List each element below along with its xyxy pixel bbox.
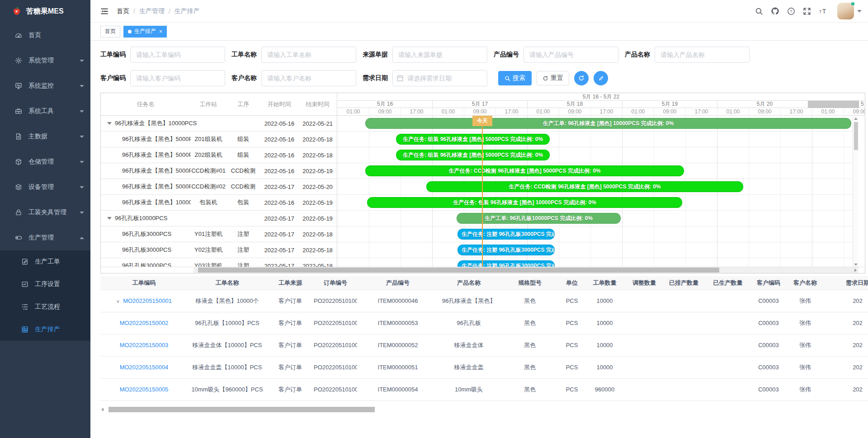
sidebar-item-主数据[interactable]: 主数据 (0, 124, 90, 149)
gantt-bar[interactable]: 生产工单: 96孔移液盒 [黑色] 10000PCS 完成比例: 0% (365, 118, 851, 129)
filter-input-产品编号[interactable] (524, 47, 618, 63)
gantt-bar[interactable]: 生产任务: 注塑 96孔孔板3000PCS 完成比例: 0% (458, 229, 555, 240)
gantt-bar[interactable]: 生产任务: CCD检测 96孔移液盒 [黑色] 5000PCS 完成比例: 0% (365, 165, 684, 176)
fullscreen-icon[interactable] (803, 7, 811, 15)
gantt-bar[interactable]: 生产工单: 96孔孔板10000PCS 完成比例: 0% (457, 213, 621, 224)
table-scroll-left-icon[interactable] (101, 408, 104, 411)
filter-input-wrap (130, 70, 225, 86)
gantt-grid-row[interactable]: 96孔移液盒【黑色】5000PCSCCD检测#01CCD检测2022-05-16… (101, 163, 337, 179)
filter-input-客户编码[interactable] (130, 70, 225, 86)
table-row[interactable]: MO20220515000510mm吸头【960000】PCS客户订单PO202… (100, 378, 868, 400)
breadcrumb-production[interactable]: 生产管理 (139, 7, 165, 15)
gantt-grid-row[interactable]: 96孔孔板3000PCSY03注塑机注塑2022-05-172022-05-18 (101, 258, 337, 268)
sidebar-subitem-工序设置[interactable]: 工序设置 (0, 273, 90, 296)
gantt-grid-row[interactable]: 96孔移液盒【黑色】5000PCSCCD检测#02CCD检测2022-05-17… (101, 179, 337, 195)
sidebar-subitem-生产工单[interactable]: 生产工单 (0, 250, 90, 273)
app-title: 苦糖果MES (26, 7, 64, 16)
table-cell: 96孔移液盒【黑色】 (439, 290, 499, 312)
sidebar-item-系统监控[interactable]: 系统监控 (0, 73, 90, 99)
gantt-bar[interactable]: 生产任务: 组装 96孔移液盒 [黑色] 5000PCS 完成比例: 0% (396, 150, 550, 160)
filter-input-产品名称[interactable] (655, 47, 750, 63)
filter-input-wrap (392, 70, 487, 86)
gantt-vscroll-thumb[interactable] (854, 122, 858, 150)
gantt-chart-row: 生产任务: 注塑 96孔孔板3000PCS 完成比例: 0% (337, 242, 859, 258)
tab-close-icon[interactable]: × (159, 29, 162, 34)
collapse-triangle-icon[interactable] (107, 122, 112, 125)
gantt-bar[interactable]: 生产任务: 注塑 96孔孔板3000PCS 完成比例: 0% (458, 245, 555, 255)
gantt-grid-row[interactable]: 96孔移液盒【黑色】10000PCS包装机包装2022-05-162022-05… (101, 195, 337, 211)
table-cell: 客户订单 (267, 356, 314, 378)
table-hscroll-thumb[interactable] (108, 407, 375, 412)
gantt-grid-row[interactable]: 96孔孔板3000PCSY01注塑机注塑2022-05-172022-05-18 (101, 226, 337, 242)
collapse-triangle-icon[interactable] (107, 217, 112, 220)
gantt-bar[interactable]: 生产任务: CCD检测 96孔移液盒 [黑色] 5000PCS 完成比例: 0% (426, 181, 743, 192)
gantt-hour-label: 01:00 (528, 108, 559, 116)
work-order-link[interactable]: MO202205150001 (123, 297, 172, 304)
edit-button[interactable] (594, 71, 608, 85)
hamburger-icon[interactable] (100, 7, 108, 15)
sidebar-subitem-工艺流程[interactable]: 工艺流程 (0, 296, 90, 318)
sidebar-item-首页[interactable]: 首页 (0, 23, 90, 48)
filter-input-工单编码[interactable] (130, 47, 225, 63)
work-order-link[interactable]: MO202205150003 (120, 342, 169, 349)
gantt-horizontal-scrollbar[interactable] (101, 267, 865, 273)
search-button[interactable]: 搜索 (498, 71, 532, 85)
sidebar-item-系统工具[interactable]: 系统工具 (0, 99, 90, 124)
scroll-right-icon[interactable] (854, 268, 857, 272)
table-horizontal-scrollbar[interactable] (100, 406, 856, 413)
filter-input-客户名称[interactable] (261, 70, 356, 86)
tab-production-scheduling[interactable]: 生产排产 × (123, 26, 167, 38)
gantt-bar[interactable]: 生产任务: 组装 96孔移液盒 [黑色] 5000PCS 完成比例: 0% (396, 134, 550, 145)
gantt-grid-row[interactable]: 96孔移液盒【黑色】5000PCSZ02组装机组装2022-05-162022-… (101, 147, 337, 163)
breadcrumb-home[interactable]: 首页 (117, 7, 129, 15)
filter-input-来源单据[interactable] (392, 47, 487, 63)
sidebar-menu: 首页系统管理系统监控系统工具主数据仓储管理设备管理工装夹具管理生产管理 (0, 23, 90, 250)
gantt-hscroll-thumb[interactable] (198, 268, 719, 273)
gantt-bar[interactable]: 生产任务: 包装 96孔移液盒 [黑色] 10000PCS 完成比例: 0% (367, 197, 682, 208)
sidebar-item-工装夹具管理[interactable]: 工装夹具管理 (0, 200, 90, 225)
search-icon[interactable] (755, 7, 763, 15)
filter-input-工单名称[interactable] (261, 47, 356, 63)
sidebar-item-生产管理[interactable]: 生产管理 (0, 225, 90, 250)
gantt-start-date: 2022-05-17 (260, 184, 298, 190)
work-order-link[interactable]: MO202205150004 (120, 364, 169, 371)
table-cell: 10mm吸头 (439, 378, 499, 400)
gantt-chart-row: 生产工单: 96孔孔板10000PCS 完成比例: 0% (337, 211, 859, 226)
scroll-up-icon[interactable] (854, 118, 858, 120)
sidebar: 苦糖果MES 首页系统管理系统监控系统工具主数据仓储管理设备管理工装夹具管理生产… (0, 0, 90, 438)
gantt-vertical-scrollbar[interactable] (853, 116, 859, 268)
sidebar-item-仓储管理[interactable]: 仓储管理 (0, 149, 90, 174)
table-row[interactable]: MO202205150004移液盒盒盖【10000】PCS客户订单PO20220… (100, 356, 868, 378)
table-row[interactable]: ∨MO202205150001移液盒【黑色】10000个客户订单PO202205… (100, 290, 868, 312)
filter-label: 来源单据 (363, 51, 392, 59)
table-row[interactable]: MO20220515000296孔孔板【10000】PCS客户订单PO20220… (100, 312, 868, 334)
avatar-caret-icon[interactable] (857, 10, 862, 13)
work-order-link[interactable]: MO202205150002 (120, 320, 169, 326)
gantt-grid-row[interactable]: 96孔孔板10000PCS2022-05-172022-05-19 (101, 211, 337, 226)
refresh-button[interactable] (574, 71, 589, 85)
help-icon[interactable]: ? (787, 7, 795, 15)
app-logo[interactable]: 苦糖果MES (0, 0, 90, 23)
github-icon[interactable] (771, 7, 779, 15)
gantt-start-date: 2022-05-17 (260, 215, 298, 222)
filter-input-需求日期[interactable] (392, 70, 487, 86)
table-cell: C00003 (750, 356, 787, 378)
gantt-grid-row[interactable]: 96孔孔板3000PCSY02注塑机注塑2022-05-172022-05-18 (101, 242, 337, 258)
gantt-timeline-header: 5月 16 - 5月 22 5月 205月 195月 185月 175月 16 … (337, 93, 865, 116)
font-size-icon[interactable]: TT (819, 7, 828, 15)
filter-input-wrap (261, 47, 356, 63)
gantt-grid-body: 96孔移液盒【黑色】10000PCS2022-05-162022-05-2196… (101, 116, 337, 268)
gantt-grid-row[interactable]: 96孔移液盒【黑色】10000PCS2022-05-162022-05-21 (101, 116, 337, 132)
avatar[interactable] (837, 3, 854, 19)
reset-button[interactable]: 重置 (537, 71, 569, 85)
sidebar-item-系统管理[interactable]: 系统管理 (0, 48, 90, 73)
tab-home[interactable]: 首页 (100, 26, 120, 38)
table-row[interactable]: MO202205150003移液盒盒体【10000】PCS客户订单PO20220… (100, 334, 868, 356)
row-expand-icon[interactable]: ∨ (116, 299, 120, 304)
gantt-grid-row[interactable]: 96孔移液盒【黑色】5000PCSZ01组装机组装2022-05-162022-… (101, 132, 337, 147)
sidebar-item-设备管理[interactable]: 设备管理 (0, 174, 90, 200)
work-order-link[interactable]: MO202205150005 (120, 386, 169, 393)
sidebar-subitem-生产排产[interactable]: 生产排产 (0, 318, 90, 341)
gantt-grid-header: 任务名工作站工序开始时间结束时间 (101, 93, 337, 116)
scroll-down-icon[interactable] (854, 264, 858, 266)
